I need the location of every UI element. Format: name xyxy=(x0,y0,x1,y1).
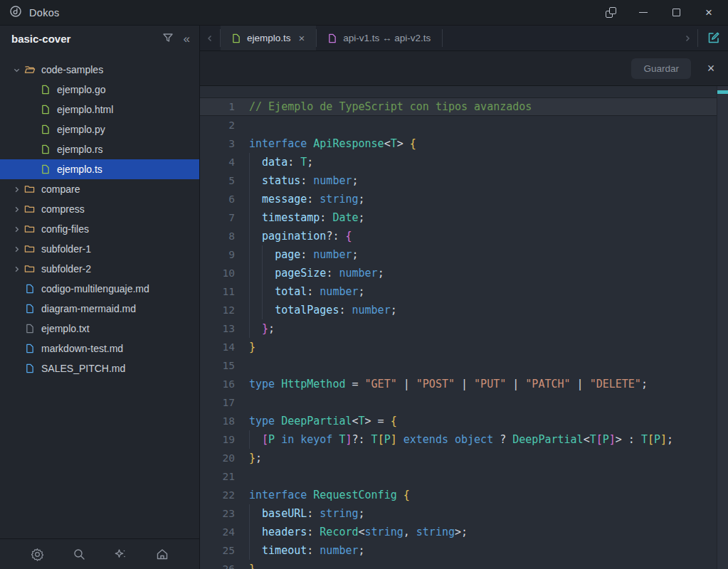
code-line-22[interactable]: 22interface RequestConfig { xyxy=(200,486,717,504)
tree-item-diagram-mermaid-md[interactable]: diagram-mermaid.md xyxy=(0,299,199,319)
title-bar: Dokos × xyxy=(0,0,728,26)
tabs-scroll-right-button[interactable] xyxy=(677,26,697,50)
file-icon xyxy=(232,33,241,43)
file-icon xyxy=(38,85,52,95)
tabs-scroll-left-button[interactable] xyxy=(200,26,220,50)
settings-button[interactable] xyxy=(26,543,48,565)
tree-item-label: SALES_PITCH.md xyxy=(41,363,125,374)
tree-item-ejemplo-ts[interactable]: ejemplo.ts xyxy=(0,159,199,179)
tree-item-ejemplo-txt[interactable]: ejemplo.txt xyxy=(0,319,199,339)
code-line-1[interactable]: 1// Ejemplo de TypeScript con tipos avan… xyxy=(200,97,717,116)
code-line-16[interactable]: 16type HttpMethod = "GET" | "POST" | "PU… xyxy=(200,375,717,393)
code-editor[interactable]: 1// Ejemplo de TypeScript con tipos avan… xyxy=(200,86,728,569)
tree-item-code-samples[interactable]: code-samples xyxy=(0,60,199,80)
tab-ejemplo-ts[interactable]: ejemplo.ts× xyxy=(221,26,316,50)
line-number: 14 xyxy=(200,341,235,353)
code-line-19[interactable]: 19 [P in keyof T]?: T[P] extends object … xyxy=(200,430,717,449)
close-icon: × xyxy=(705,6,712,18)
minimize-button[interactable] xyxy=(633,3,654,23)
tree-item-config-files[interactable]: config-files xyxy=(0,219,199,239)
save-button[interactable]: Guardar xyxy=(631,58,691,79)
folder-icon xyxy=(23,184,36,194)
tree-item-label: compare xyxy=(41,184,80,195)
code-line-26[interactable]: 26} xyxy=(200,560,717,569)
sidebar-header: basic-cover « xyxy=(0,26,199,51)
code-line-4[interactable]: 4 data: T; xyxy=(200,153,717,171)
workspaces-button[interactable] xyxy=(600,3,621,23)
code-line-content: total: number; xyxy=(235,282,717,301)
code-line-20[interactable]: 20}; xyxy=(200,449,717,467)
tree-item-label: ejemplo.ts xyxy=(57,164,102,175)
tree-item-ejemplo-go[interactable]: ejemplo.go xyxy=(0,80,199,100)
tab-api-v1-ts-api-v2-ts[interactable]: api-v1.ts ↔ api-v2.ts xyxy=(317,26,442,50)
code-line-8[interactable]: 8 pagination?: { xyxy=(200,227,717,245)
sidebar: basic-cover « code-samplesejemplo.goejem… xyxy=(0,26,200,569)
editor-scrollbar[interactable] xyxy=(717,86,728,569)
sparkles-button[interactable] xyxy=(109,543,132,565)
line-number: 9 xyxy=(200,249,235,260)
code-line-13[interactable]: 13 }; xyxy=(200,319,717,338)
code-line-2[interactable]: 2 xyxy=(200,116,717,134)
file-icon xyxy=(23,324,36,334)
tree-item-codigo-multilenguaje-md[interactable]: codigo-multilenguaje.md xyxy=(0,279,199,299)
code-line-9[interactable]: 9 page: number; xyxy=(200,245,717,264)
code-line-11[interactable]: 11 total: number; xyxy=(200,282,717,301)
code-line-content: pagination?: { xyxy=(235,227,717,245)
sidebar-header-icons: « xyxy=(162,32,189,46)
code-line-23[interactable]: 23 baseURL: string; xyxy=(200,504,717,523)
code-line-5[interactable]: 5 status: number; xyxy=(200,171,717,190)
new-edit-button[interactable] xyxy=(698,26,728,50)
collapse-sidebar-button[interactable]: « xyxy=(184,33,189,45)
code-line-17[interactable]: 17 xyxy=(200,393,717,412)
tree-item-ejemplo-py[interactable]: ejemplo.py xyxy=(0,119,199,139)
code-line-7[interactable]: 7 timestamp: Date; xyxy=(200,208,717,227)
folder-icon xyxy=(23,244,36,254)
filter-button[interactable] xyxy=(162,32,174,46)
tree-item-ejemplo-html[interactable]: ejemplo.html xyxy=(0,100,199,119)
code-line-24[interactable]: 24 headers: Record<string, string>; xyxy=(200,523,717,541)
code-line-6[interactable]: 6 message: string; xyxy=(200,190,717,208)
code-line-content xyxy=(235,116,717,134)
code-line-10[interactable]: 10 pageSize: number; xyxy=(200,264,717,282)
line-number: 23 xyxy=(200,508,235,519)
code-line-15[interactable]: 15 xyxy=(200,356,717,375)
maximize-button[interactable] xyxy=(665,3,687,23)
scrollbar-thumb[interactable] xyxy=(717,90,728,94)
indent-guide xyxy=(249,282,250,301)
tree-item-subfolder-1[interactable]: subfolder-1 xyxy=(0,239,199,259)
code-line-14[interactable]: 14} xyxy=(200,338,717,356)
tree-item-ejemplo-rs[interactable]: ejemplo.rs xyxy=(0,139,199,159)
file-icon xyxy=(23,284,36,294)
tree-item-label: config-files xyxy=(41,223,89,235)
app-title: Dokos xyxy=(29,7,60,18)
search-icon xyxy=(73,548,85,560)
code-line-content: }; xyxy=(235,449,717,467)
sparkles-icon xyxy=(114,548,127,561)
file-icon xyxy=(38,144,52,154)
tab-close-icon[interactable]: × xyxy=(299,33,305,43)
code-line-3[interactable]: 3interface ApiResponse<T> { xyxy=(200,134,717,153)
indent-guide xyxy=(249,153,250,171)
code-line-content: interface RequestConfig { xyxy=(235,486,717,504)
file-icon xyxy=(38,105,52,115)
tree-item-markdown-test-md[interactable]: markdown-test.md xyxy=(0,339,199,358)
tree-item-sales-pitch-md[interactable]: SALES_PITCH.md xyxy=(0,358,199,378)
code-line-18[interactable]: 18type DeepPartial<T> = { xyxy=(200,412,717,430)
close-window-button[interactable]: × xyxy=(698,3,719,23)
indent-guide xyxy=(249,319,250,338)
search-button[interactable] xyxy=(68,543,90,565)
tab-bar: ejemplo.ts×api-v1.ts ↔ api-v2.ts xyxy=(200,26,728,51)
tree-item-compress[interactable]: compress xyxy=(0,199,199,219)
code-line-21[interactable]: 21 xyxy=(200,467,717,486)
code-line-content: type DeepPartial<T> = { xyxy=(235,412,717,430)
tree-item-subfolder-2[interactable]: subfolder-2 xyxy=(0,259,199,279)
chevron-right-icon xyxy=(683,34,692,43)
line-number: 5 xyxy=(200,175,235,186)
close-editor-button[interactable]: × xyxy=(702,60,719,77)
tree-item-compare[interactable]: compare xyxy=(0,179,199,199)
settings-icon xyxy=(31,548,44,561)
code-line-25[interactable]: 25 timeout: number; xyxy=(200,541,717,560)
line-number: 17 xyxy=(200,397,235,408)
code-line-12[interactable]: 12 totalPages: number; xyxy=(200,301,717,319)
home-button[interactable] xyxy=(151,543,174,565)
